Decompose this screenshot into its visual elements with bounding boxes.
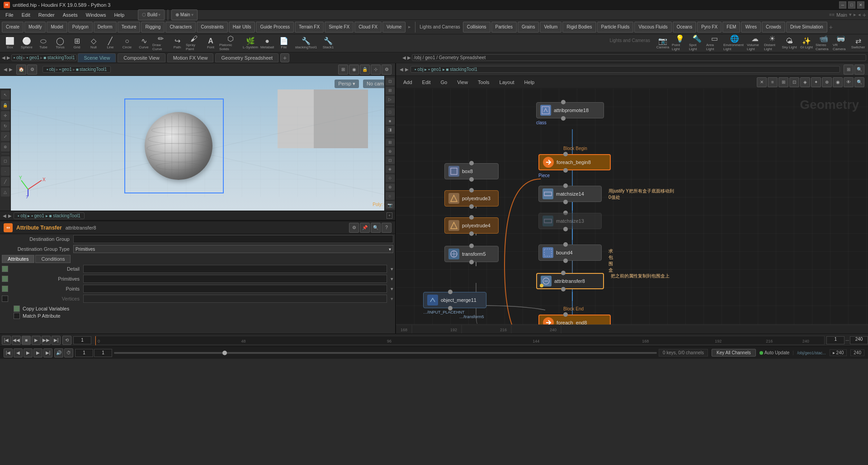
scale-icon[interactable]: ⤢ bbox=[1, 132, 10, 141]
translate-icon[interactable]: ✛ bbox=[1, 111, 10, 120]
primitives-dropdown-arrow[interactable]: ▾ bbox=[391, 276, 393, 282]
tool-grid[interactable]: ⊞ Grid bbox=[69, 35, 85, 52]
add-tab-button[interactable]: + bbox=[280, 53, 289, 62]
node-matchsize13[interactable]: matchsize13 bbox=[538, 213, 602, 229]
vp-view1-icon[interactable]: ⊡ bbox=[386, 78, 395, 85]
node-transform5[interactable]: transform5 bbox=[444, 246, 499, 262]
characters-btn[interactable]: Characters bbox=[165, 22, 196, 33]
vp-grid-icon[interactable]: ⊞ bbox=[386, 139, 395, 146]
vertices-checkbox[interactable] bbox=[2, 296, 8, 302]
node-polyextrude4[interactable]: polyextrude4 bbox=[444, 217, 499, 234]
collisions-btn[interactable]: Collisions bbox=[463, 22, 491, 33]
wires-btn[interactable]: Wires bbox=[741, 22, 761, 33]
hair-utils-btn[interactable]: Hair Utils bbox=[229, 22, 255, 33]
tool-volume-light[interactable]: ☁ Volume Light bbox=[747, 35, 763, 52]
terrain-fx-btn[interactable]: Terrain FX bbox=[295, 22, 324, 33]
param-panel-add[interactable]: + bbox=[387, 212, 392, 219]
node-object-merge11[interactable]: object_merge11 …/INPUT_PLACEHNT …/transf… bbox=[423, 292, 486, 308]
fem-btn[interactable]: FEM bbox=[722, 22, 740, 33]
tool-circle[interactable]: ○ Circle bbox=[119, 35, 135, 52]
last-frame-btn[interactable]: ▶| bbox=[52, 336, 61, 345]
vp-lock-btn[interactable]: 🔒 bbox=[360, 65, 370, 75]
node-foreach-begin8[interactable]: Block Begin foreach_begin8 Piece bbox=[538, 154, 611, 170]
current-frame-input[interactable] bbox=[73, 336, 91, 344]
tool-env-light[interactable]: 🌐 Environment Light bbox=[723, 35, 746, 52]
tab-motion-fx[interactable]: Motion FX View bbox=[167, 53, 214, 62]
tool-gi-light[interactable]: ✨ GI Light bbox=[798, 35, 815, 52]
node-list-btn[interactable]: ≡ bbox=[768, 77, 778, 87]
param-nav-back[interactable]: ◀ bbox=[3, 213, 6, 218]
tool-line[interactable]: ╱ Line bbox=[102, 35, 118, 52]
tool-point-light[interactable]: 💡 Point Light bbox=[672, 35, 688, 52]
vp-shading-btn[interactable]: ◉ bbox=[349, 65, 359, 75]
primitives-checkbox[interactable] bbox=[2, 276, 8, 282]
tool-camera[interactable]: 📷 Camera bbox=[655, 35, 671, 52]
grains-btn[interactable]: Grains bbox=[518, 22, 539, 33]
viewport-nav-back[interactable]: ◀ bbox=[4, 67, 7, 72]
particle-fluids-btn[interactable]: Particle Fluids bbox=[597, 22, 634, 33]
node-go-btn[interactable]: Go bbox=[437, 79, 451, 86]
vp-camera2-icon[interactable]: 📷 bbox=[386, 201, 395, 209]
polygon-btn[interactable]: Polygon bbox=[68, 22, 93, 33]
viscous-fluids-btn[interactable]: Viscous Fluids bbox=[634, 22, 671, 33]
tool-l-system[interactable]: 🌿 L-System bbox=[242, 35, 259, 52]
tool-metaball[interactable]: ● Metaball bbox=[259, 35, 275, 52]
points-checkbox[interactable] bbox=[2, 286, 8, 292]
node-color-btn[interactable]: ◈ bbox=[800, 77, 810, 87]
param-help-icon[interactable]: ? bbox=[382, 223, 392, 233]
copy-local-vars-checkbox[interactable] bbox=[14, 305, 20, 312]
node-flag-btn[interactable]: ⊡ bbox=[789, 77, 799, 87]
tab-scene-view[interactable]: Scene View bbox=[78, 53, 116, 62]
tool-null[interactable]: ◇ Null bbox=[85, 35, 102, 52]
node-tools-btn[interactable]: Tools bbox=[474, 79, 493, 86]
vp-float-icon[interactable]: ◈ bbox=[386, 165, 395, 173]
next-frame-btn[interactable]: ▶▶ bbox=[42, 336, 51, 345]
vp-safe-icon[interactable]: ⊡ bbox=[386, 156, 395, 164]
attributes-tab[interactable]: Attributes bbox=[2, 255, 34, 263]
constraints-btn[interactable]: Constraints bbox=[197, 22, 228, 33]
volume-btn[interactable]: Volume bbox=[382, 22, 406, 33]
node-attribtransfer8[interactable]: attribtransfer8 把之前的属性复制到包围盒上 bbox=[536, 273, 604, 289]
left-breadcrumb[interactable]: ▪ obj ▸ ▪ geo1 ▸ ■ stackingTool1 bbox=[11, 54, 77, 61]
param-pin-icon[interactable]: 📌 bbox=[360, 223, 370, 233]
vp-snap-btn[interactable]: ⊹ bbox=[371, 65, 381, 75]
tool-file[interactable]: 📄 File bbox=[276, 35, 292, 52]
points-dropdown-arrow[interactable]: ▾ bbox=[391, 286, 393, 292]
status-play2[interactable]: ▶ bbox=[24, 348, 33, 357]
viewport-3d[interactable]: X Y Z Persp ▾ No cam ▾ Poly: 0 of ↖ 🔒 ✛ … bbox=[0, 76, 395, 211]
main-dropdown1[interactable]: ⊕ Main ▾ bbox=[171, 9, 197, 20]
tool-tube[interactable]: ⬭ Tube bbox=[35, 35, 52, 52]
node-canvas[interactable]: Geometry bbox=[396, 89, 868, 333]
node-icon-btn[interactable]: ⊞ bbox=[778, 77, 788, 87]
node-layout-btn[interactable]: Layout bbox=[496, 79, 518, 86]
node-find-icon[interactable]: 🔍 bbox=[854, 65, 864, 75]
select-tool-icon[interactable]: ↖ bbox=[1, 90, 10, 99]
node-net-btn[interactable]: ◉ bbox=[833, 77, 843, 87]
dest-group-input[interactable] bbox=[73, 235, 393, 243]
tool-sky-light[interactable]: 🌤 Sky Light bbox=[781, 35, 797, 52]
minimize-button[interactable]: ─ bbox=[839, 1, 846, 9]
param-search-icon[interactable]: 🔍 bbox=[371, 223, 381, 233]
rotate-icon[interactable]: ↻ bbox=[1, 122, 10, 131]
frame-slider[interactable] bbox=[114, 352, 657, 354]
tool-spot-light[interactable]: 🔦 Spot Light bbox=[689, 35, 705, 52]
status-last-frame[interactable]: ▶| bbox=[43, 348, 52, 357]
crowds-btn[interactable]: Crowds bbox=[762, 22, 785, 33]
tool-spray-paint[interactable]: 🖌 Spray Paint bbox=[186, 35, 202, 52]
points-input[interactable] bbox=[83, 285, 387, 293]
particles-btn[interactable]: Particles bbox=[491, 22, 517, 33]
tab-composite-view[interactable]: Composite View bbox=[118, 53, 165, 62]
vp-wire-icon[interactable]: □ bbox=[386, 108, 395, 116]
tool-stack1[interactable]: 🔧 Stack1 bbox=[320, 35, 336, 52]
transform-icon[interactable]: ⊕ bbox=[1, 142, 10, 151]
key-all-channels-btn[interactable]: Key All Channels bbox=[712, 349, 756, 357]
vp-origin-icon[interactable]: ⊕ bbox=[386, 147, 395, 155]
rigging-btn[interactable]: Rigging bbox=[141, 22, 165, 33]
menu-assets[interactable]: Assets bbox=[59, 11, 81, 19]
node-nav-back[interactable]: ◀ bbox=[400, 67, 403, 72]
vertices-dropdown-arrow[interactable]: ▾ bbox=[391, 296, 393, 302]
drive-simulation-btn[interactable]: Drive Simulation bbox=[786, 22, 827, 33]
close-button[interactable]: ✕ bbox=[857, 1, 864, 9]
node-search-btn[interactable]: 🔍 bbox=[854, 77, 864, 87]
oceans-btn[interactable]: Oceans bbox=[673, 22, 696, 33]
